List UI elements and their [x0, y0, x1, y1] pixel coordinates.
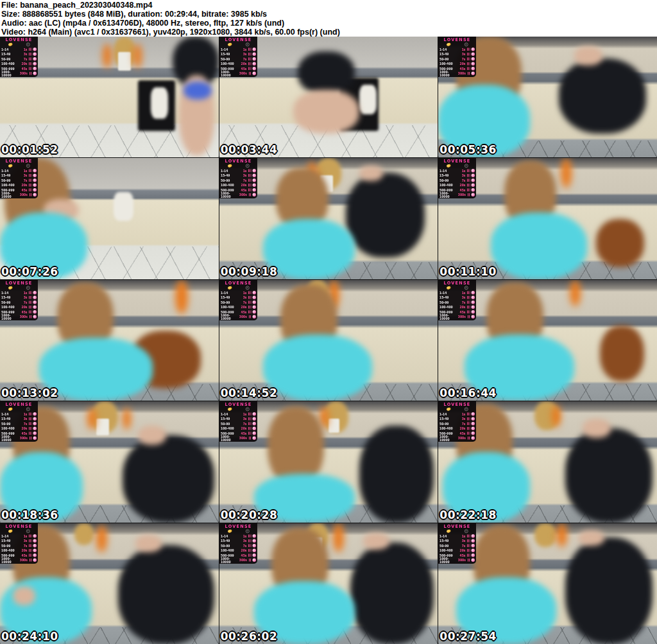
vibration-bars-icon	[29, 413, 32, 416]
cyan-shape	[491, 213, 587, 279]
toy-ball-icon	[33, 310, 37, 314]
lovense-logo: LOVENSE	[1, 524, 37, 529]
vibe-duration-label: 1s	[24, 48, 28, 51]
tip-range-label: 1000-10000	[1, 435, 20, 441]
tips-coin-icon	[8, 286, 13, 290]
vibe-duration-label: 45s	[241, 67, 246, 70]
skin-shape	[135, 535, 162, 552]
vibration-bars-icon	[248, 437, 251, 440]
timestamp-label: 00:11:10	[439, 265, 497, 278]
vibe-duration-label: 300s	[239, 72, 246, 75]
tip-range-label: 100-400	[439, 427, 453, 430]
vibe-duration-label: 7s	[243, 57, 246, 60]
file-name-line: File: banana_peach_202303040348.mp4	[1, 1, 657, 10]
toy-ball-icon	[472, 422, 475, 426]
tip-menu-row: 50-997s	[221, 543, 256, 548]
tip-menu-header	[221, 42, 256, 48]
vibe-duration-label: 20s	[22, 62, 28, 65]
timestamp-label: 00:24:10	[1, 630, 58, 643]
lovense-logo: LOVENSE	[1, 281, 37, 286]
orange-shape	[561, 158, 572, 188]
tip-range-label: 15-49	[439, 417, 448, 421]
timestamp-label: 00:26:02	[221, 630, 278, 643]
vibration-bars-icon	[467, 179, 470, 182]
toy-ball-icon	[252, 72, 255, 76]
tip-range-label: 100-400	[221, 62, 234, 65]
vibe-duration-label: 1s	[243, 48, 246, 51]
video-thumbnail: LOVENSE1-141s15-493s50-997s100-40020s500…	[219, 280, 438, 401]
toy-ball-icon	[252, 62, 256, 66]
skin-shape	[359, 166, 383, 181]
tip-range-label: 1-14	[221, 291, 228, 294]
duration-clock-icon	[26, 529, 30, 533]
toy-ball-icon	[472, 53, 475, 57]
toy-ball-icon	[472, 427, 475, 431]
skin-shape	[293, 90, 359, 134]
vibe-duration-label: 300s	[458, 72, 466, 75]
dark-shape	[118, 545, 214, 644]
tip-range-label: 1000-10000	[1, 192, 20, 198]
vibe-duration-label: 300s	[458, 558, 466, 561]
vibration-bars-icon	[29, 539, 32, 543]
tip-range-label: 50-99	[221, 544, 230, 547]
tip-range-label: 50-99	[1, 422, 10, 425]
vibration-bars-icon	[248, 48, 252, 51]
skin-shape	[363, 533, 389, 550]
vibration-bars-icon	[468, 437, 470, 440]
tip-menu-row: 15-493s	[1, 295, 37, 300]
lovense-logo: LOVENSE	[439, 281, 475, 286]
tip-range-label: 1000-10000	[221, 557, 239, 563]
video-thumbnail: LOVENSE1-141s15-493s50-997s100-40020s500…	[219, 158, 438, 279]
vibration-bars-icon	[29, 422, 32, 426]
tips-coin-icon	[227, 407, 232, 411]
tip-menu-row: 50-997s	[439, 300, 475, 305]
timestamp-label: 00:09:18	[221, 265, 278, 278]
vibe-duration-label: 20s	[460, 548, 466, 552]
toy-ball-icon	[33, 169, 37, 173]
toy-ball-icon	[472, 437, 475, 440]
orange-shape	[570, 280, 581, 306]
vibe-duration-label: 20s	[22, 306, 28, 309]
toy-ball-icon	[472, 417, 475, 421]
toy-ball-icon	[252, 295, 256, 299]
vibe-duration-label: 1s	[243, 170, 246, 173]
vibe-duration-label: 7s	[24, 422, 28, 425]
toy-ball-icon	[252, 422, 256, 426]
vibration-bars-icon	[248, 534, 252, 537]
toy-ball-icon	[252, 558, 255, 562]
vibe-duration-label: 45s	[460, 431, 466, 435]
vibration-bars-icon	[467, 553, 470, 557]
tip-range-label: 1-14	[1, 291, 8, 294]
duration-clock-icon	[245, 43, 249, 47]
timestamp-label: 00:20:28	[221, 509, 278, 521]
lovense-tip-menu-overlay: LOVENSE1-141s15-493s50-997s100-40020s500…	[438, 280, 476, 320]
orange-shape	[175, 280, 188, 314]
dark-shape	[359, 426, 434, 523]
tip-menu-row: 1-141s	[439, 290, 475, 295]
tips-coin-icon	[8, 164, 13, 168]
duration-clock-icon	[245, 408, 249, 412]
tips-coin-icon	[227, 164, 232, 168]
vibration-bars-icon	[467, 549, 470, 552]
toy-ball-icon	[472, 188, 475, 192]
toy-ball-icon	[472, 412, 475, 416]
vibration-bars-icon	[467, 291, 470, 294]
toy-ball-icon	[33, 427, 37, 431]
vibration-bars-icon	[29, 559, 31, 562]
toy-ball-icon	[472, 67, 475, 71]
vibe-duration-label: 45s	[22, 189, 28, 192]
lovense-logo: LOVENSE	[221, 402, 256, 407]
vibe-duration-label: 1s	[462, 534, 466, 537]
vibe-duration-label: 3s	[24, 539, 28, 542]
vibration-bars-icon	[468, 315, 470, 318]
toy-ball-icon	[472, 558, 475, 562]
tip-menu-row: 100-40020s	[221, 62, 256, 67]
vibration-bars-icon	[29, 427, 32, 430]
toy-ball-icon	[33, 295, 37, 299]
vibration-bars-icon	[248, 170, 252, 173]
toy-ball-icon	[472, 310, 475, 314]
vibe-duration-label: 3s	[24, 53, 28, 56]
vibe-duration-label: 3s	[462, 296, 466, 299]
vibration-bars-icon	[248, 300, 252, 304]
toy-ball-icon	[33, 300, 37, 304]
